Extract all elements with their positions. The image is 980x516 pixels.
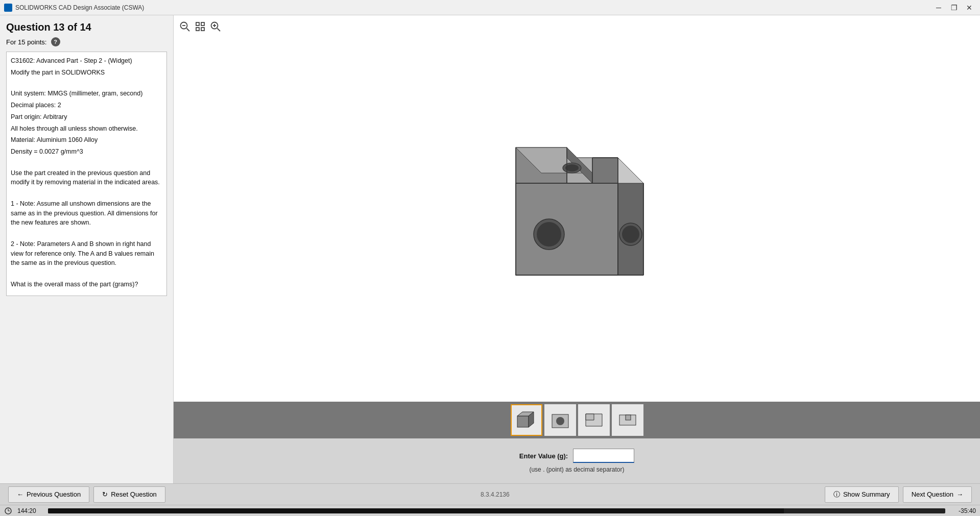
show-summary-button[interactable]: ⓘ Show Summary: [825, 486, 899, 503]
question-body-line: Decimal places: 2: [11, 101, 162, 110]
question-body-line: All holes through all unless shown other…: [11, 124, 162, 134]
model-3d: [455, 117, 700, 301]
question-body-line: Part origin: Arbitrary: [11, 112, 162, 122]
close-button[interactable]: ✕: [963, 3, 976, 13]
app-icon: [4, 4, 12, 12]
info-icon: ⓘ: [833, 490, 840, 499]
version-label: 8.3.4.2136: [170, 491, 821, 498]
viewer-panel: Enter Value (g): (use . (point) as decim…: [174, 15, 980, 483]
titlebar: SOLIDWORKS CAD Design Associate (CSWA) ─…: [0, 0, 980, 15]
prev-button-label: Previous Question: [27, 490, 81, 498]
question-body-line: Use the part created in the previous que…: [11, 168, 162, 188]
question-body: C31602: Advanced Part - Step 2 - (Widget…: [6, 52, 167, 296]
minimize-button[interactable]: ─: [932, 3, 945, 13]
svg-point-24: [537, 222, 561, 247]
next-button-label: Next Question: [912, 490, 953, 498]
svg-point-26: [622, 226, 639, 243]
clock-icon: [4, 507, 12, 515]
svg-rect-3: [196, 22, 199, 26]
bottom-nav-bar: ← Previous Question ↻ Reset Question 8.3…: [0, 483, 980, 505]
status-bar: 144:20 -35:40: [0, 505, 980, 516]
points-row: For 15 points: ?: [6, 37, 167, 46]
progress-bar: [48, 508, 945, 513]
svg-rect-18: [516, 183, 618, 275]
thumbnail-3d[interactable]: [511, 404, 542, 436]
question-body-line: 1 - Note: Assume all unshown dimensions …: [11, 199, 162, 228]
thumbnail-top[interactable]: [612, 404, 643, 436]
svg-rect-6: [201, 28, 204, 31]
thumbnail-side[interactable]: [578, 404, 610, 436]
question-body-line: What is the overall mass of the part (gr…: [11, 280, 162, 289]
svg-rect-40: [517, 416, 529, 427]
question-body-line: Unit system: MMGS (millimeter, gram, sec…: [11, 89, 162, 99]
fit-button[interactable]: [193, 19, 207, 34]
enter-value-label: Enter Value (g):: [519, 452, 568, 460]
timer-remaining: 144:20: [17, 507, 43, 514]
zoom-in-button[interactable]: [208, 19, 223, 34]
question-body-line: Modify the part in SOLIDWORKS: [11, 68, 162, 78]
zoom-toolbar: [178, 19, 223, 34]
decimal-hint: (use . (point) as decimal separator): [529, 466, 624, 473]
summary-button-label: Show Summary: [843, 490, 890, 498]
timer-elapsed: -35:40: [950, 507, 976, 514]
svg-marker-22: [592, 158, 618, 183]
reset-question-button[interactable]: ↻ Reset Question: [93, 486, 165, 503]
thumbnail-strip: [174, 402, 980, 438]
question-header: Question 13 of 14: [6, 21, 167, 33]
left-panel: Question 13 of 14 For 15 points: ? C3160…: [0, 15, 174, 483]
restore-button[interactable]: ❐: [947, 3, 961, 13]
prev-question-button[interactable]: ← Previous Question: [8, 486, 89, 503]
input-area: Enter Value (g): (use . (point) as decim…: [174, 438, 980, 483]
question-body-line: Material: Aluminium 1060 Alloy: [11, 135, 162, 145]
next-arrow-icon: →: [957, 490, 963, 498]
svg-rect-46: [626, 415, 631, 420]
reset-button-label: Reset Question: [111, 490, 157, 498]
svg-line-1: [187, 29, 190, 32]
points-label: For 15 points:: [6, 38, 47, 46]
window-title: SOLIDWORKS CAD Design Associate (CSWA): [15, 4, 932, 11]
thumbnail-front[interactable]: [544, 404, 576, 436]
window-controls: ─ ❐ ✕: [932, 3, 976, 13]
svg-rect-4: [201, 22, 204, 26]
prev-arrow-icon: ←: [17, 490, 23, 498]
question-body-line: Density = 0.0027 g/mm^3: [11, 147, 162, 157]
svg-point-28: [565, 164, 579, 171]
progress-fill: [48, 508, 784, 513]
zoom-out-button[interactable]: [178, 19, 192, 34]
svg-point-44: [556, 417, 564, 425]
question-body-line: 2 - Note: Parameters A and B shown in ri…: [11, 239, 162, 268]
help-icon[interactable]: ?: [51, 37, 60, 46]
svg-rect-5: [196, 28, 199, 31]
view-area: [174, 15, 980, 402]
next-question-button[interactable]: Next Question →: [903, 486, 972, 503]
reset-icon: ↻: [102, 490, 108, 498]
value-row: Enter Value (g):: [519, 449, 634, 463]
value-input[interactable]: [573, 449, 634, 463]
svg-line-8: [218, 29, 221, 32]
question-body-line: C31602: Advanced Part - Step 2 - (Widget…: [11, 56, 162, 66]
main-content: Question 13 of 14 For 15 points: ? C3160…: [0, 15, 980, 483]
